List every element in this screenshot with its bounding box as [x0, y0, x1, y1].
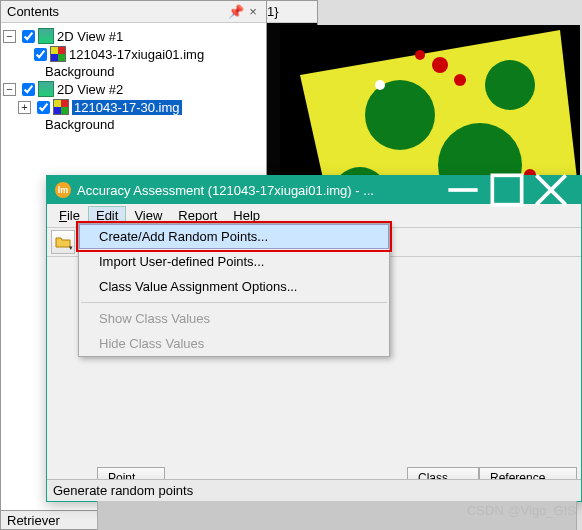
- tree-label: 2D View #2: [57, 82, 123, 97]
- tree-label: 121043-17xiugai01.img: [69, 47, 204, 62]
- svg-point-5: [485, 60, 535, 110]
- open-button[interactable]: ▾: [51, 230, 75, 254]
- tree-label-selected: 121043-17-30.img: [72, 100, 182, 115]
- tree-item-bg2[interactable]: Background: [3, 116, 264, 133]
- svg-point-7: [454, 74, 466, 86]
- layers-icon: [38, 81, 54, 97]
- menu-show-class-values: Show Class Values: [79, 306, 389, 331]
- checkbox[interactable]: [22, 30, 35, 43]
- pin-icon[interactable]: 📌: [228, 4, 242, 19]
- collapse-icon[interactable]: −: [3, 83, 16, 96]
- menu-class-assignment[interactable]: Class Value Assignment Options...: [79, 274, 389, 299]
- close-icon[interactable]: ×: [246, 4, 260, 19]
- menu-separator: [81, 302, 387, 303]
- menu-create-random-points[interactable]: Create/Add Random Points...: [79, 224, 389, 249]
- contents-title: Contents: [7, 4, 59, 19]
- chevron-down-icon: ▾: [69, 244, 73, 252]
- svg-rect-12: [492, 175, 521, 204]
- collapse-icon[interactable]: −: [3, 30, 16, 43]
- edit-dropdown: Create/Add Random Points... Import User-…: [78, 223, 390, 357]
- checkbox[interactable]: [37, 101, 50, 114]
- tree-item-img2[interactable]: + 121043-17-30.img: [3, 98, 264, 116]
- tree-view-1[interactable]: − 2D View #1: [3, 27, 264, 45]
- checkbox[interactable]: [34, 48, 47, 61]
- status-bar: Generate random points: [47, 479, 581, 501]
- svg-point-8: [415, 50, 425, 60]
- tree-label: Background: [45, 117, 114, 132]
- svg-point-10: [375, 80, 385, 90]
- status-text: Generate random points: [53, 483, 193, 498]
- expand-icon[interactable]: +: [18, 101, 31, 114]
- tree-item-img1[interactable]: 121043-17xiugai01.img: [3, 45, 264, 63]
- accuracy-title-bar[interactable]: lm Accuracy Assessment (121043-17xiugai0…: [47, 176, 581, 204]
- close-button[interactable]: [529, 176, 573, 204]
- svg-point-6: [432, 57, 448, 73]
- window-title: Accuracy Assessment (121043-17xiugai01.i…: [77, 183, 441, 198]
- tree-label: 2D View #1: [57, 29, 123, 44]
- contents-title-bar: Contents 📌 ×: [1, 1, 266, 23]
- tree-view-2[interactable]: − 2D View #2: [3, 80, 264, 98]
- raster-icon: [53, 99, 69, 115]
- tree-label: Background: [45, 64, 114, 79]
- raster-icon: [50, 46, 66, 62]
- retriever-label: Retriever: [7, 513, 60, 528]
- svg-point-2: [365, 80, 435, 150]
- maximize-button[interactable]: [485, 176, 529, 204]
- minimize-button[interactable]: [441, 176, 485, 204]
- checkbox[interactable]: [22, 83, 35, 96]
- app-icon: lm: [55, 182, 71, 198]
- tree-item-bg1[interactable]: Background: [3, 63, 264, 80]
- menu-import-points[interactable]: Import User-defined Points...: [79, 249, 389, 274]
- menu-hide-class-values: Hide Class Values: [79, 331, 389, 356]
- layers-icon: [38, 28, 54, 44]
